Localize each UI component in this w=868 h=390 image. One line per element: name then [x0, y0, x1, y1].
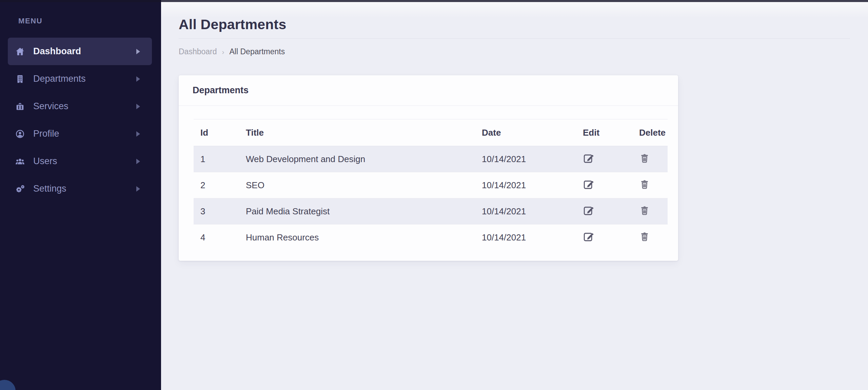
- cell-title: SEO: [239, 172, 475, 198]
- delete-button[interactable]: [639, 153, 650, 163]
- sidebar-item-label: Profile: [33, 129, 59, 139]
- home-icon: [15, 46, 25, 57]
- trash-icon: [639, 153, 650, 163]
- cell-id: 4: [194, 225, 239, 251]
- breadcrumb-dashboard-link[interactable]: Dashboard: [179, 47, 217, 56]
- table-row: 4 Human Resources 10/14/2021: [194, 225, 668, 251]
- cell-date: 10/14/2021: [475, 198, 576, 225]
- sidebar-item-profile[interactable]: Profile: [8, 120, 152, 148]
- departments-card: Departments Id Title Date Edit Delete: [179, 75, 678, 261]
- table-row: 1 Web Development and Design 10/14/2021: [194, 146, 668, 172]
- gears-icon: [15, 184, 25, 194]
- app-screen: MENU Dashboard Departments: [0, 0, 868, 390]
- departments-table: Id Title Date Edit Delete 1 Web Developm…: [194, 119, 668, 250]
- caret-right-icon: [136, 104, 140, 109]
- cell-id: 3: [194, 198, 239, 225]
- building-icon: [15, 74, 25, 84]
- sidebar-item-departments[interactable]: Departments: [8, 65, 152, 93]
- delete-button[interactable]: [639, 205, 650, 216]
- sidebar: MENU Dashboard Departments: [0, 0, 161, 390]
- sidebar-item-label: Users: [33, 156, 57, 167]
- breadcrumb: Dashboard › All Departments: [179, 47, 850, 56]
- briefcase-icon: [15, 101, 25, 112]
- edit-button[interactable]: [583, 204, 594, 216]
- column-header-id: Id: [194, 119, 239, 146]
- column-header-delete: Delete: [632, 119, 668, 146]
- sidebar-item-label: Departments: [33, 74, 86, 84]
- menu-heading: MENU: [0, 0, 161, 25]
- breadcrumb-separator-icon: ›: [222, 48, 224, 56]
- cell-date: 10/14/2021: [475, 146, 576, 172]
- column-header-title: Title: [239, 119, 475, 146]
- sidebar-nav: Dashboard Departments Services: [0, 38, 161, 202]
- edit-icon: [583, 152, 594, 164]
- card-body: Id Title Date Edit Delete 1 Web Developm…: [179, 106, 678, 261]
- main-content: All Departments Dashboard › All Departme…: [161, 0, 868, 390]
- edit-icon: [583, 204, 594, 216]
- sidebar-item-services[interactable]: Services: [8, 93, 152, 120]
- users-icon: [15, 156, 25, 167]
- trash-icon: [639, 179, 650, 190]
- edit-button[interactable]: [583, 152, 594, 164]
- card-title: Departments: [179, 75, 678, 106]
- delete-button[interactable]: [639, 231, 650, 242]
- edit-icon: [583, 178, 594, 190]
- caret-right-icon: [136, 76, 140, 82]
- delete-button[interactable]: [639, 179, 650, 190]
- edit-button[interactable]: [583, 178, 594, 190]
- sidebar-item-label: Services: [33, 101, 68, 112]
- cell-title: Human Resources: [239, 225, 475, 251]
- cell-id: 1: [194, 146, 239, 172]
- table-row: 3 Paid Media Strategist 10/14/2021: [194, 198, 668, 225]
- cell-title: Web Development and Design: [239, 146, 475, 172]
- edit-icon: [583, 231, 594, 242]
- window-top-edge: [0, 0, 868, 2]
- sidebar-item-dashboard[interactable]: Dashboard: [8, 38, 152, 65]
- corner-accent: [0, 380, 16, 390]
- title-divider: [179, 38, 850, 39]
- sidebar-item-users[interactable]: Users: [8, 148, 152, 175]
- table-row: 2 SEO 10/14/2021: [194, 172, 668, 198]
- cell-date: 10/14/2021: [475, 172, 576, 198]
- cell-id: 2: [194, 172, 239, 198]
- edit-button[interactable]: [583, 231, 594, 242]
- cell-title: Paid Media Strategist: [239, 198, 475, 225]
- caret-right-icon: [136, 186, 140, 192]
- caret-right-icon: [136, 131, 140, 137]
- sidebar-item-label: Dashboard: [33, 46, 81, 57]
- page-title: All Departments: [179, 0, 850, 32]
- sidebar-item-label: Settings: [33, 183, 66, 194]
- sidebar-item-settings[interactable]: Settings: [8, 175, 152, 202]
- table-header-row: Id Title Date Edit Delete: [194, 119, 668, 146]
- trash-icon: [639, 205, 650, 216]
- user-circle-icon: [15, 129, 25, 139]
- cell-date: 10/14/2021: [475, 225, 576, 251]
- column-header-edit: Edit: [576, 119, 632, 146]
- caret-right-icon: [136, 49, 140, 54]
- column-header-date: Date: [475, 119, 576, 146]
- trash-icon: [639, 231, 650, 242]
- breadcrumb-current: All Departments: [230, 47, 285, 56]
- caret-right-icon: [136, 159, 140, 164]
